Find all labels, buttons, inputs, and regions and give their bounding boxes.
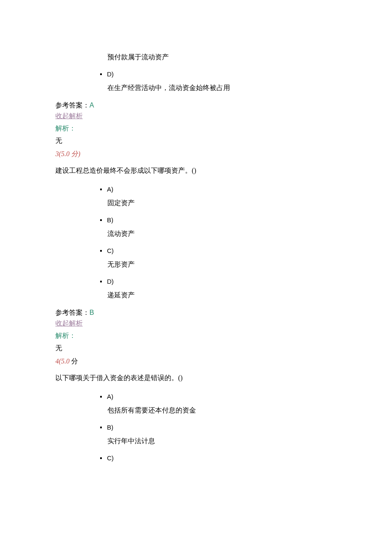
q4-option-a-text: 包括所有需要还本付息的资金 xyxy=(107,406,337,415)
q3-option-d-label: D) xyxy=(107,278,114,285)
q2-answer-label: 参考答案： xyxy=(55,102,89,109)
q4-option-c: C) xyxy=(100,454,337,462)
q4-option-a: A) 包括所有需要还本付息的资金 xyxy=(100,393,337,415)
q4-option-b-label-row: B) xyxy=(100,424,337,431)
q3-option-c-label-row: C) xyxy=(100,247,337,254)
bullet-icon xyxy=(100,73,102,75)
q3-option-a: A) 固定资产 xyxy=(100,186,337,208)
q2-answer-row: 参考答案：A xyxy=(55,101,337,110)
q3-option-b-label-row: B) xyxy=(100,216,337,224)
q3-collapse-link-wrap: 收起解析 xyxy=(55,317,337,328)
q3-option-b: B) 流动资产 xyxy=(100,216,337,238)
q4-option-c-label-row: C) xyxy=(100,454,337,462)
q3-option-a-label: A) xyxy=(107,186,113,193)
q3-number-row: 3(5.0 分) xyxy=(55,150,337,159)
q3-option-b-label: B) xyxy=(107,216,113,224)
q3-option-d-label-row: D) xyxy=(100,278,337,285)
q4-option-a-label-row: A) xyxy=(100,393,337,400)
q4-option-b-text: 实行年中法计息 xyxy=(107,437,337,446)
q2-option-d-text: 在生产经营活动中，流动资金始终被占用 xyxy=(107,84,337,93)
q4-number-row: 4(5.0 分 xyxy=(55,357,337,366)
q3-answer-row: 参考答案：B xyxy=(55,308,337,317)
q2-option-d-label-row: D) xyxy=(100,70,337,78)
q3-collapse-link[interactable]: 收起解析 xyxy=(55,319,83,328)
q3-option-a-label-row: A) xyxy=(100,186,337,193)
q2-option-c-text: 预付款属于流动资产 xyxy=(107,53,337,62)
q4-option-b: B) 实行年中法计息 xyxy=(100,424,337,446)
bullet-icon xyxy=(100,189,102,190)
q3-answer-value: B xyxy=(89,309,94,316)
q3-stem: 建设工程总造价最终不会形成以下哪项资产。() xyxy=(55,165,337,176)
bullet-icon xyxy=(100,427,102,428)
q3-option-c: C) 无形资产 xyxy=(100,247,337,269)
q2-analysis-label: 解析： xyxy=(55,124,337,133)
q2-option-c-text-wrap: 预付款属于流动资产 xyxy=(100,53,337,62)
q3-number: 3(5.0 xyxy=(55,150,69,157)
q3-option-a-text: 固定资产 xyxy=(107,199,337,208)
q2-collapse-link-wrap: 收起解析 xyxy=(55,110,337,121)
q2-analysis-body: 无 xyxy=(55,137,337,145)
q4-option-c-label: C) xyxy=(107,454,114,462)
q4-option-b-label: B) xyxy=(107,424,113,431)
q2-option-d: D) 在生产经营活动中，流动资金始终被占用 xyxy=(100,70,337,93)
q3-option-c-text: 无形资产 xyxy=(107,260,337,269)
q4-option-a-label: A) xyxy=(107,393,113,400)
q3-analysis-label: 解析： xyxy=(55,331,337,340)
bullet-icon xyxy=(100,281,102,282)
q3-answer-label: 参考答案： xyxy=(55,309,89,316)
q2-answer-value: A xyxy=(89,102,94,109)
q3-points-suffix: 分) xyxy=(69,150,80,157)
q4-number: 4(5.0 xyxy=(55,357,69,365)
q4-points-suffix: 分 xyxy=(69,357,78,365)
q3-option-b-text: 流动资产 xyxy=(107,230,337,238)
bullet-icon xyxy=(100,219,102,221)
bullet-icon xyxy=(100,396,102,398)
q3-option-d: D) 递延资产 xyxy=(100,278,337,300)
q2-collapse-link[interactable]: 收起解析 xyxy=(55,112,83,121)
bullet-icon xyxy=(100,250,102,252)
page: 预付款属于流动资产 D) 在生产经营活动中，流动资金始终被占用 参考答案：A 收… xyxy=(0,0,392,555)
bullet-icon xyxy=(100,457,102,459)
q2-option-d-label: D) xyxy=(107,70,114,78)
q3-option-d-text: 递延资产 xyxy=(107,291,337,300)
q4-stem: 以下哪项关于借入资金的表述是错误的。() xyxy=(55,372,337,384)
q3-option-c-label: C) xyxy=(107,247,114,254)
q3-analysis-body: 无 xyxy=(55,344,337,353)
